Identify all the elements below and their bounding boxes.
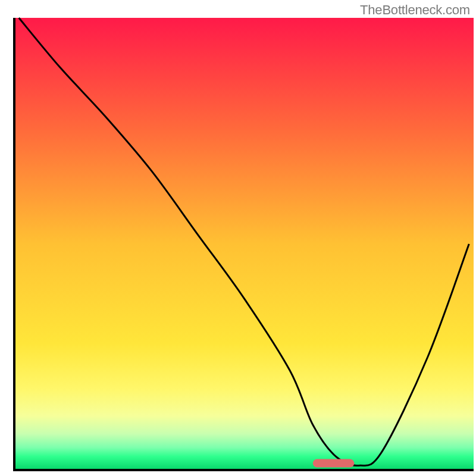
bottleneck-chart [0, 0, 476, 476]
chart-container: TheBottleneck.com [0, 0, 476, 476]
optimal-marker [313, 459, 354, 468]
plot-background [14, 18, 474, 470]
